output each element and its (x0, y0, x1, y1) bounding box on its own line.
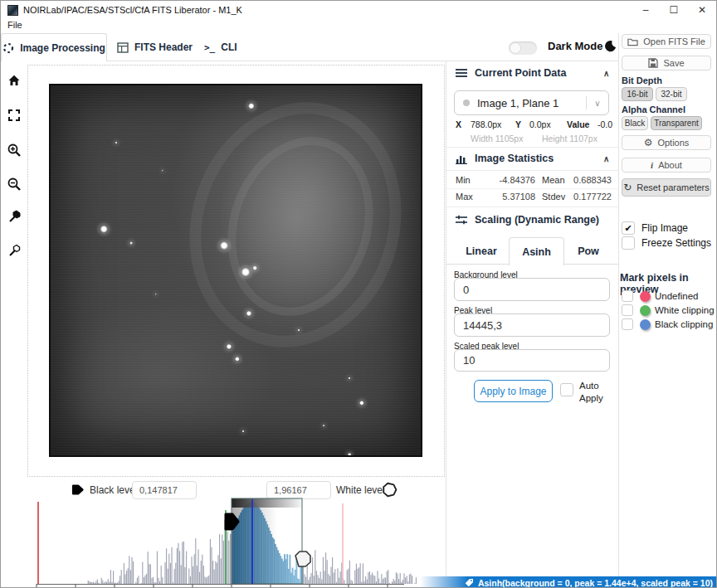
auto-apply-checkbox[interactable] (560, 383, 573, 396)
undefined-checkbox[interactable] (622, 290, 633, 302)
star (100, 225, 108, 233)
star (226, 343, 232, 349)
scaling-tab-pow[interactable]: Pow (564, 237, 612, 265)
open-fits-file-button[interactable]: Open FITS File (622, 34, 711, 49)
black-clipping-label: Black clipping (655, 319, 713, 329)
apply-to-image-button[interactable]: Apply to Image (474, 380, 553, 402)
tab-image-processing[interactable]: Image Processing (1, 33, 107, 61)
star (129, 241, 133, 245)
fit-view-icon[interactable] (7, 108, 22, 123)
scaled-peak-level-field (454, 349, 610, 372)
collapse-chevron[interactable]: ∧ (603, 69, 609, 78)
pick-background-button[interactable] (609, 279, 610, 300)
black-level-icon (71, 483, 85, 497)
nebula-arc (159, 84, 422, 375)
menu-file[interactable]: File (7, 20, 22, 30)
list-icon (456, 68, 467, 78)
moon-icon (604, 40, 617, 52)
value-label: Value (567, 119, 589, 129)
white-picker-icon[interactable] (7, 243, 22, 258)
menu-bar: File (1, 19, 716, 33)
star (359, 401, 364, 406)
status-text: Asinh(background = 0, peak = 1.44e+4, sc… (478, 578, 713, 588)
zoom-in-icon[interactable] (7, 143, 22, 158)
y-label: Y (515, 119, 521, 129)
tag-icon (465, 578, 474, 587)
plane-status-dot (463, 100, 470, 106)
white-clipping-checkbox[interactable] (622, 304, 633, 316)
value-value: -0.0 (598, 119, 612, 129)
auto-apply-label: Auto Apply (579, 380, 609, 405)
black-clipping-checkbox[interactable] (622, 318, 633, 330)
stat-max-value: 5.37108 (466, 192, 535, 202)
bit-depth-label: Bit Depth (622, 75, 662, 85)
star (252, 265, 257, 270)
star (241, 430, 244, 432)
background-level-input[interactable] (455, 279, 609, 300)
plane-selector[interactable]: Image 1, Plane 1 ∨ (454, 90, 609, 115)
white-clipping-color-dot (640, 305, 651, 316)
dark-mode-toggle[interactable] (509, 41, 537, 55)
terminal-icon: >_ (204, 42, 215, 53)
processing-icon (2, 42, 14, 54)
mark-white-clipping-row: White clipping (622, 304, 715, 316)
chevron-down-icon: ∨ (587, 99, 608, 108)
alpha-channel-label: Alpha Channel (622, 104, 685, 114)
star (248, 103, 255, 109)
bit-depth-32[interactable]: 32-bit (656, 87, 687, 101)
freeze-settings-row: Freeze Settings (622, 236, 711, 250)
maximize-button[interactable]: ☐ (660, 1, 688, 19)
black-picker-icon[interactable] (7, 209, 22, 224)
freeze-settings-checkbox[interactable] (622, 236, 635, 250)
freeze-settings-label: Freeze Settings (641, 237, 711, 249)
nebula-arc (205, 118, 396, 335)
stat-mean-value: 0.688343 (540, 175, 612, 185)
x-value: 788.0px (471, 119, 501, 129)
peak-level-input[interactable] (455, 314, 609, 336)
y-value: 0.0px (529, 119, 551, 129)
scaling-tab-asinh[interactable]: Asinh (509, 237, 564, 265)
save-button[interactable]: Save (622, 56, 711, 70)
reset-icon: ↻ (623, 182, 632, 193)
options-button[interactable]: ⚙ Options (622, 135, 711, 150)
divider-right (618, 33, 619, 588)
mark-black-clipping-row: Black clipping (622, 318, 713, 330)
bit-depth-16[interactable]: 16-bit (622, 87, 653, 101)
fits-liberator-window: NOIRLab/IPAC/ESA/STScl/CfA FITS Liberato… (0, 0, 717, 588)
scaling-tab-linear[interactable]: Linear (454, 237, 509, 265)
alpha-transparent[interactable]: Transparent (651, 116, 702, 130)
peak-level-field (454, 313, 610, 337)
info-icon: i (651, 160, 653, 170)
alpha-black[interactable]: Black (622, 116, 648, 130)
tab-cli[interactable]: >_ CLI (204, 34, 237, 61)
histogram[interactable] (34, 497, 446, 588)
about-button[interactable]: i About (622, 158, 711, 173)
pick-peak-button[interactable] (609, 314, 610, 336)
x-label: X (456, 119, 461, 129)
title-bar: NOIRLab/IPAC/ESA/STScl/CfA FITS Liberato… (1, 1, 716, 19)
dark-mode-label: Dark Mode (548, 40, 602, 52)
current-point-data-header: Current Point Data (456, 67, 566, 79)
star (155, 294, 157, 295)
reset-parameters-button[interactable]: ↻ Reset parameters (622, 178, 711, 197)
star (297, 328, 300, 331)
section-title: Current Point Data (475, 67, 566, 79)
app-icon (7, 5, 18, 16)
star (241, 267, 251, 277)
tab-fits-header[interactable]: FITS Header (117, 34, 193, 61)
plane-selector-value: Image 1, Plane 1 (477, 97, 558, 109)
black-level-label: Black level (90, 484, 137, 496)
home-icon[interactable] (7, 73, 22, 88)
minimize-button[interactable]: – (632, 1, 660, 19)
collapse-chevron[interactable]: ∧ (603, 154, 609, 163)
preview-image[interactable] (49, 84, 422, 457)
zoom-out-icon[interactable] (7, 177, 22, 192)
flip-image-checkbox[interactable]: ✔ (622, 221, 635, 235)
mark-undefined-row: Undefined (622, 290, 698, 302)
close-button[interactable]: ✕ (688, 1, 716, 19)
table-icon (117, 42, 129, 53)
star (220, 241, 229, 250)
scaled-peak-level-input[interactable] (455, 350, 609, 371)
section-title: Image Statistics (475, 153, 554, 164)
black-clipping-color-dot (640, 319, 651, 330)
